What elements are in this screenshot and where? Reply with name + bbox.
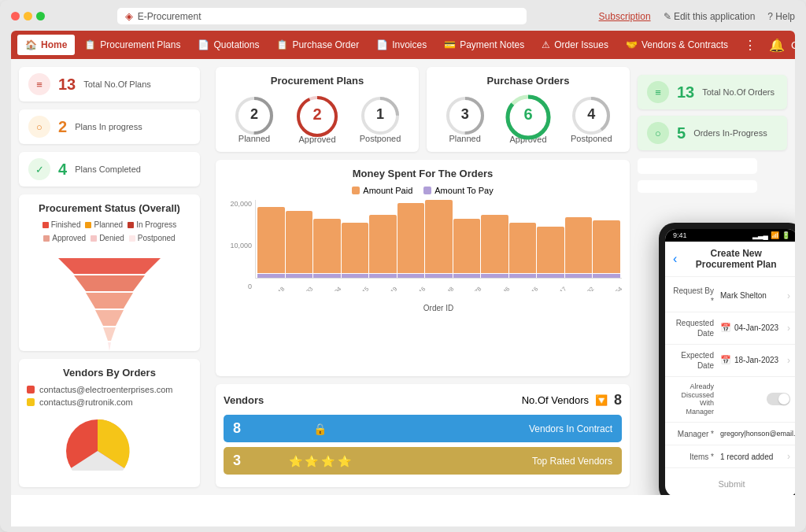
vendor-row-toprated[interactable]: 3 ⭐ ⭐ ⭐ ⭐ Top Rated Vendors bbox=[224, 447, 622, 475]
help-link[interactable]: ? Help bbox=[767, 11, 795, 22]
toggle-knob bbox=[778, 393, 789, 405]
nav-home[interactable]: 🏠 Home bbox=[17, 35, 75, 55]
nav-bar: 🏠 Home 📋 Procurement Plans 📄 Quotations … bbox=[11, 31, 795, 59]
x-axis-title: Order ID bbox=[255, 304, 622, 312]
app-icon-small: ◈ bbox=[125, 10, 133, 22]
vendors-by-orders-title: Vendors By Orders bbox=[27, 367, 192, 379]
phone-time: 9:41 bbox=[673, 231, 687, 239]
back-button[interactable]: ‹ bbox=[673, 252, 677, 266]
vendor-row-contract[interactable]: 8 🔒 Vendors In Contract bbox=[224, 415, 622, 442]
bar-or1118 bbox=[257, 200, 285, 278]
nav-purchase-order[interactable]: 📋 Purchase Order bbox=[268, 35, 367, 55]
svg-marker-4 bbox=[103, 327, 116, 341]
notification-bell[interactable]: 🔔 bbox=[764, 35, 789, 56]
discussed-label: Already Discussed With Manager bbox=[673, 382, 720, 416]
x-label-or1194: OR-1194 bbox=[320, 284, 344, 291]
x-label-or1416: OR-1416 bbox=[405, 284, 428, 291]
purchase-circles: 3 Planned 6 Approved bbox=[434, 93, 622, 144]
vendors-pie-chart bbox=[58, 410, 161, 473]
nav-payment-notes[interactable]: 💳 Payment Notes bbox=[436, 35, 532, 55]
nav-procurement-plans[interactable]: 📋 Procurement Plans bbox=[76, 35, 188, 55]
vendors-count-number: 8 bbox=[614, 392, 622, 408]
completed-orders-stub bbox=[638, 158, 757, 174]
vendors-count-label: No.Of Vendors bbox=[522, 394, 589, 406]
toprated-icon: ⭐ ⭐ ⭐ ⭐ bbox=[263, 455, 377, 467]
nav-invoices[interactable]: 📄 Invoices bbox=[368, 35, 434, 55]
right-stats: ≡ 13 Total No.Of Orders ○ 5 Orders In-Pr… bbox=[638, 67, 787, 193]
subscription-link[interactable]: Subscription bbox=[599, 11, 651, 22]
money-chart-card: Money Spent For The Orders Amount Paid A… bbox=[216, 160, 630, 376]
phone-submit[interactable]: Submit bbox=[665, 471, 795, 495]
procurement-plans-title: Procurement Plans bbox=[224, 75, 411, 87]
x-label-or1546: OR-1546 bbox=[490, 284, 513, 291]
maximize-button[interactable] bbox=[36, 12, 45, 20]
orders-progress-icon: ○ bbox=[647, 122, 669, 144]
total-orders-number: 13 bbox=[677, 83, 694, 102]
po-circle-postponed: 4 Postponed bbox=[569, 94, 613, 143]
edit-link[interactable]: ✎ Edit this application bbox=[664, 11, 756, 22]
nav-quotations[interactable]: 📄 Quotations bbox=[190, 35, 267, 55]
circle-approved: 2 Approved bbox=[294, 93, 341, 144]
request-by-chevron: › bbox=[787, 290, 790, 301]
invoices-icon: 📄 bbox=[376, 39, 388, 50]
manager-field: Manager * gregory|honson@email.com › bbox=[665, 423, 795, 445]
total-plans-number: 13 bbox=[58, 76, 76, 94]
nav-order-issues[interactable]: ⚠ Order Issues bbox=[534, 35, 616, 55]
submit-label: Submit bbox=[718, 479, 745, 489]
request-by-label: Request By * bbox=[673, 286, 720, 306]
svg-marker-3 bbox=[95, 310, 124, 326]
completed-label: Plans Completed bbox=[75, 164, 141, 174]
chart-legend: Amount Paid Amount To Pay bbox=[224, 186, 622, 195]
purchase-orders-title: Purchase Orders bbox=[434, 75, 622, 87]
plans-icon: ≡ bbox=[28, 73, 50, 95]
right-panel-wrapper: ≡ 13 Total No.Of Orders ○ 5 Orders In-Pr… bbox=[638, 59, 795, 495]
expected-date-value: 📅 18-Jan-2023 › bbox=[720, 355, 790, 366]
bar-or1416 bbox=[397, 200, 425, 278]
vendors-header: Vendors No.Of Vendors 🔽 8 bbox=[224, 392, 622, 408]
inprogress-orders-label: Orders In-Progress bbox=[693, 128, 767, 138]
procurement-circles: 2 Planned 2 Approved bbox=[224, 93, 411, 144]
order-issues-icon: ⚠ bbox=[542, 39, 550, 50]
center-panel: Procurement Plans 2 Planned bbox=[208, 59, 638, 495]
user-menu[interactable]: Chris 👤 bbox=[791, 35, 795, 55]
legend-planned: Planned bbox=[85, 220, 123, 229]
cal-icon-2: 📅 bbox=[720, 355, 731, 365]
requested-date-value: 📅 04-Jan-2023 › bbox=[720, 323, 790, 334]
funnel-chart bbox=[27, 247, 192, 364]
procurement-status-title: Procurement Status (Overall) bbox=[27, 202, 192, 214]
toprated-num: 3 bbox=[233, 453, 255, 469]
vendor-item-2: contactus@rutronik.com bbox=[27, 397, 192, 407]
orders-icon: ≡ bbox=[647, 81, 669, 103]
minimize-button[interactable] bbox=[24, 12, 32, 20]
manager-label: Manager * bbox=[673, 429, 720, 439]
close-button[interactable] bbox=[11, 12, 20, 20]
home-icon: 🏠 bbox=[25, 39, 37, 50]
x-label-or1854: OR-1854 bbox=[602, 284, 622, 291]
manager-value: gregory|honson@email.com › bbox=[720, 428, 795, 439]
address-bar[interactable]: ◈ E-Procurement bbox=[117, 8, 527, 24]
signal-icon: 📶 bbox=[771, 231, 779, 239]
amount-topay-label: Amount To Pay bbox=[434, 186, 493, 195]
svg-marker-1 bbox=[74, 275, 145, 291]
request-by-field: Request By * Mark Shelton › bbox=[665, 280, 795, 312]
vendors-section-card: Vendors No.Of Vendors 🔽 8 8 🔒 Vendors In… bbox=[216, 384, 630, 487]
nav-home-label: Home bbox=[41, 39, 67, 50]
inprogress-number: 2 bbox=[58, 118, 67, 136]
svg-marker-0 bbox=[58, 258, 161, 274]
center-top-row: Procurement Plans 2 Planned bbox=[216, 67, 630, 152]
x-label-or1717: OR-1717 bbox=[545, 284, 569, 291]
bar-or1832 bbox=[565, 200, 593, 278]
bar-or1215 bbox=[342, 200, 369, 278]
toggle-discussed[interactable] bbox=[767, 393, 790, 405]
expected-date-chevron: › bbox=[787, 355, 790, 366]
legend-amount-topay: Amount To Pay bbox=[423, 186, 493, 195]
nav-vendors[interactable]: 🤝 Vendors & Contracts bbox=[618, 35, 736, 55]
items-label: Items * bbox=[673, 452, 720, 462]
phone-mockup: 9:41 ▂▃▄ 📶 🔋 ‹ Create New Procurement Pl… bbox=[659, 223, 795, 495]
request-by-value: Mark Shelton › bbox=[720, 290, 790, 301]
nav-more[interactable]: ⋮ bbox=[738, 35, 763, 56]
cal-icon-1: 📅 bbox=[720, 323, 731, 333]
phone-screen: 9:41 ▂▃▄ 📶 🔋 ‹ Create New Procurement Pl… bbox=[665, 229, 795, 495]
y-label-0: 0 bbox=[248, 283, 252, 290]
nav-vendors-label: Vendors & Contracts bbox=[641, 39, 728, 50]
